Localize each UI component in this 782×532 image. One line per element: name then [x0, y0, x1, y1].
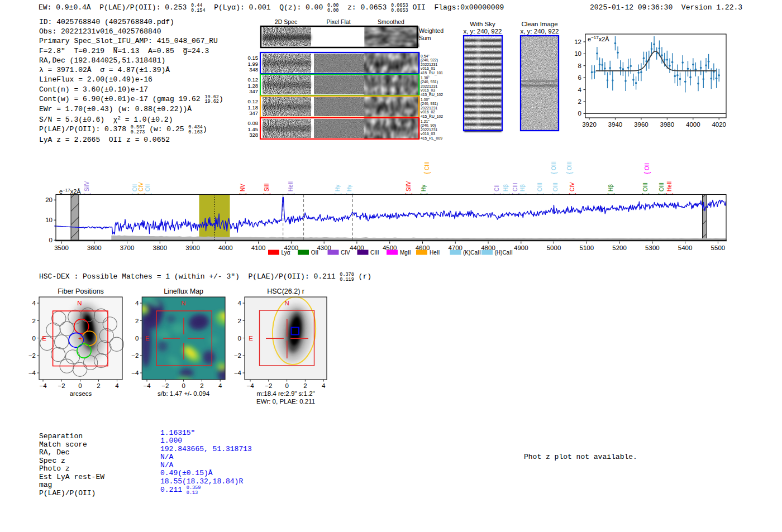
svg-text:4: 4 [238, 300, 242, 306]
svg-text:10: 10 [574, 50, 581, 57]
svg-text:E: E [42, 335, 46, 342]
svg-text:−4: −4 [143, 382, 151, 389]
svg-text:x, y: 240, 922: x, y: 240, 922 [463, 28, 502, 35]
svg-text:0: 0 [182, 382, 185, 389]
svg-text:x, y: 240, 922: x, y: 240, 922 [520, 28, 559, 35]
svg-text:−4: −4 [246, 382, 254, 389]
svg-text:{ HeII: { HeII [287, 181, 294, 195]
svg-text:0.08: 0.08 [248, 120, 259, 126]
svg-text:{ Hβ: { Hβ [502, 184, 509, 195]
svg-text:N: N [284, 300, 289, 306]
svg-text:EWr: 0, PLAE: 0.211: EWr: 0, PLAE: 0.211 [256, 398, 315, 405]
svg-text:2: 2 [303, 382, 307, 389]
svg-text:{ OIII: { OIII [550, 161, 557, 174]
svg-text:−2: −2 [161, 382, 169, 389]
svg-text:Smoothed: Smoothed [378, 18, 404, 25]
svg-text:{ OIII: { OIII [551, 183, 559, 195]
svg-text:{ OIII: { OIII [641, 183, 649, 195]
svg-text:{ OII: { OII [643, 163, 651, 174]
svg-text:4: 4 [115, 382, 119, 389]
svg-text:{ SiIV: { SiIV [83, 181, 90, 195]
svg-text:8: 8 [578, 63, 581, 69]
svg-text:0: 0 [238, 335, 241, 342]
svg-text:415_RU_102: 415_RU_102 [421, 93, 443, 97]
svg-text:0: 0 [32, 335, 36, 342]
svg-text:1.45: 1.45 [248, 126, 259, 132]
svg-text:With Sky: With Sky [470, 21, 495, 27]
svg-text:3920: 3920 [582, 121, 597, 128]
svg-text:5100: 5100 [580, 245, 594, 251]
svg-text:{ Hγ: { Hγ [345, 185, 353, 195]
svg-text:1.21": 1.21" [421, 119, 430, 123]
svg-text:1.00": 1.00" [421, 98, 430, 102]
svg-text:MgII: MgII [400, 250, 411, 256]
svg-text:4: 4 [322, 382, 326, 389]
svg-text:4900: 4900 [514, 245, 528, 251]
svg-text:−2: −2 [28, 352, 36, 359]
svg-text:348: 348 [249, 66, 258, 73]
svg-text:1.28: 1.28 [248, 83, 259, 89]
svg-text:CIII: CIII [370, 250, 379, 256]
svg-text:0: 0 [78, 382, 82, 389]
svg-text:1.99: 1.99 [248, 61, 259, 67]
svg-text:{ OIII: { OIII [565, 161, 573, 174]
svg-text:{ OIII: { OIII [536, 183, 543, 195]
svg-text:4100: 4100 [251, 245, 266, 251]
svg-text:328: 328 [249, 132, 258, 138]
svg-text:3600: 3600 [87, 245, 102, 251]
svg-text:{ CIII: { CIII [423, 161, 431, 174]
svg-text:4: 4 [135, 300, 139, 306]
svg-text:e−17x2Å: e−17x2Å [59, 188, 81, 195]
svg-text:−4: −4 [131, 370, 139, 376]
svg-text:5200: 5200 [612, 245, 627, 251]
svg-text:415_RL_009: 415_RL_009 [421, 136, 442, 141]
svg-text:0.12: 0.12 [248, 98, 259, 104]
svg-text:0.12: 0.12 [248, 76, 259, 83]
svg-text:Sum: Sum [419, 35, 431, 41]
svg-text:−4: −4 [39, 382, 47, 389]
svg-text:Pixel Flat: Pixel Flat [326, 18, 350, 25]
svg-text:3700: 3700 [120, 245, 135, 251]
svg-text:4000: 4000 [218, 245, 233, 251]
svg-text:10: 10 [45, 217, 53, 223]
svg-text:Fiber Positions: Fiber Positions [58, 287, 104, 295]
svg-text:5500: 5500 [711, 245, 726, 251]
svg-text:1.18: 1.18 [248, 104, 259, 111]
svg-text:e−17x2Å: e−17x2Å [588, 35, 609, 42]
svg-text:−2: −2 [58, 382, 65, 389]
svg-text:(H)CaII: (H)CaII [495, 250, 513, 256]
svg-text:{ CIII: { CIII [511, 183, 519, 195]
svg-text:N: N [181, 300, 185, 306]
svg-text:20221231: 20221231 [421, 128, 437, 132]
svg-text:0: 0 [285, 382, 288, 389]
svg-text:m:18.4 re:2.9" s:1.2": m:18.4 re:2.9" s:1.2" [257, 390, 315, 397]
svg-text:1.38": 1.38" [421, 76, 430, 80]
svg-text:20: 20 [45, 196, 53, 203]
svg-text:415_RU_101: 415_RU_101 [421, 71, 443, 75]
svg-text:{ SiII: { SiII [263, 184, 270, 195]
svg-text:{ SiIV: { SiIV [404, 181, 412, 195]
svg-text:20221231: 20221231 [421, 63, 437, 66]
svg-text:0.54": 0.54" [421, 54, 430, 58]
svg-text:3960: 3960 [634, 121, 649, 128]
svg-text:2: 2 [97, 382, 100, 389]
svg-text:2: 2 [135, 318, 139, 324]
svg-text:3940: 3940 [608, 121, 623, 128]
svg-text:3500: 3500 [54, 245, 69, 251]
svg-text:3980: 3980 [660, 121, 675, 128]
svg-text:2: 2 [578, 98, 581, 105]
svg-text:2: 2 [238, 318, 241, 324]
svg-text:20221231: 20221231 [421, 84, 437, 88]
svg-text:E: E [249, 335, 253, 342]
svg-text:{ Hγ: { Hγ [419, 185, 427, 195]
svg-text:5300: 5300 [645, 245, 660, 251]
svg-text:5400: 5400 [678, 245, 693, 251]
svg-text:−4: −4 [28, 370, 36, 376]
svg-text:−2: −2 [131, 352, 139, 359]
svg-text:3900: 3900 [185, 245, 200, 251]
svg-text:4: 4 [578, 87, 582, 93]
svg-text:{ OIII: { OIII [657, 183, 665, 195]
svg-text:0: 0 [578, 110, 581, 117]
svg-text:0: 0 [135, 335, 139, 342]
svg-text:0.15: 0.15 [248, 55, 259, 61]
